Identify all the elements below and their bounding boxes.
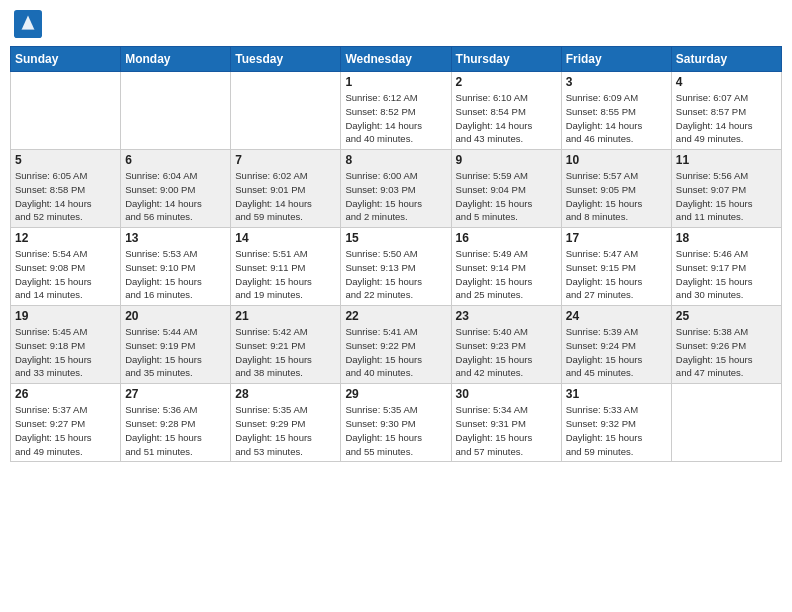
day-info: Sunrise: 5:41 AM Sunset: 9:22 PM Dayligh…	[345, 325, 446, 380]
calendar-day-cell: 17Sunrise: 5:47 AM Sunset: 9:15 PM Dayli…	[561, 228, 671, 306]
calendar-day-cell	[671, 384, 781, 462]
day-info: Sunrise: 5:40 AM Sunset: 9:23 PM Dayligh…	[456, 325, 557, 380]
day-number: 4	[676, 75, 777, 89]
calendar-day-cell: 7Sunrise: 6:02 AM Sunset: 9:01 PM Daylig…	[231, 150, 341, 228]
day-info: Sunrise: 5:50 AM Sunset: 9:13 PM Dayligh…	[345, 247, 446, 302]
day-number: 26	[15, 387, 116, 401]
logo-icon	[14, 10, 42, 38]
calendar-day-cell: 1Sunrise: 6:12 AM Sunset: 8:52 PM Daylig…	[341, 72, 451, 150]
day-info: Sunrise: 5:56 AM Sunset: 9:07 PM Dayligh…	[676, 169, 777, 224]
day-number: 11	[676, 153, 777, 167]
calendar-day-cell: 5Sunrise: 6:05 AM Sunset: 8:58 PM Daylig…	[11, 150, 121, 228]
calendar-day-cell: 29Sunrise: 5:35 AM Sunset: 9:30 PM Dayli…	[341, 384, 451, 462]
day-info: Sunrise: 6:02 AM Sunset: 9:01 PM Dayligh…	[235, 169, 336, 224]
calendar-day-cell: 11Sunrise: 5:56 AM Sunset: 9:07 PM Dayli…	[671, 150, 781, 228]
day-info: Sunrise: 5:34 AM Sunset: 9:31 PM Dayligh…	[456, 403, 557, 458]
calendar-day-cell: 9Sunrise: 5:59 AM Sunset: 9:04 PM Daylig…	[451, 150, 561, 228]
calendar-header-row: SundayMondayTuesdayWednesdayThursdayFrid…	[11, 47, 782, 72]
day-info: Sunrise: 5:47 AM Sunset: 9:15 PM Dayligh…	[566, 247, 667, 302]
calendar-day-cell: 30Sunrise: 5:34 AM Sunset: 9:31 PM Dayli…	[451, 384, 561, 462]
day-number: 2	[456, 75, 557, 89]
day-info: Sunrise: 6:04 AM Sunset: 9:00 PM Dayligh…	[125, 169, 226, 224]
calendar-day-cell: 16Sunrise: 5:49 AM Sunset: 9:14 PM Dayli…	[451, 228, 561, 306]
day-info: Sunrise: 6:10 AM Sunset: 8:54 PM Dayligh…	[456, 91, 557, 146]
weekday-header-wednesday: Wednesday	[341, 47, 451, 72]
day-number: 7	[235, 153, 336, 167]
calendar-day-cell: 23Sunrise: 5:40 AM Sunset: 9:23 PM Dayli…	[451, 306, 561, 384]
calendar-day-cell: 3Sunrise: 6:09 AM Sunset: 8:55 PM Daylig…	[561, 72, 671, 150]
calendar-day-cell	[231, 72, 341, 150]
day-number: 24	[566, 309, 667, 323]
day-number: 25	[676, 309, 777, 323]
svg-rect-2	[18, 30, 39, 33]
page-header	[10, 10, 782, 38]
day-number: 30	[456, 387, 557, 401]
calendar-day-cell: 4Sunrise: 6:07 AM Sunset: 8:57 PM Daylig…	[671, 72, 781, 150]
calendar-day-cell: 15Sunrise: 5:50 AM Sunset: 9:13 PM Dayli…	[341, 228, 451, 306]
day-info: Sunrise: 5:36 AM Sunset: 9:28 PM Dayligh…	[125, 403, 226, 458]
day-number: 28	[235, 387, 336, 401]
day-number: 14	[235, 231, 336, 245]
day-number: 31	[566, 387, 667, 401]
day-info: Sunrise: 5:39 AM Sunset: 9:24 PM Dayligh…	[566, 325, 667, 380]
calendar-day-cell: 20Sunrise: 5:44 AM Sunset: 9:19 PM Dayli…	[121, 306, 231, 384]
calendar-day-cell	[121, 72, 231, 150]
calendar-day-cell: 18Sunrise: 5:46 AM Sunset: 9:17 PM Dayli…	[671, 228, 781, 306]
day-info: Sunrise: 6:09 AM Sunset: 8:55 PM Dayligh…	[566, 91, 667, 146]
calendar-day-cell: 25Sunrise: 5:38 AM Sunset: 9:26 PM Dayli…	[671, 306, 781, 384]
weekday-header-friday: Friday	[561, 47, 671, 72]
calendar-day-cell: 27Sunrise: 5:36 AM Sunset: 9:28 PM Dayli…	[121, 384, 231, 462]
day-info: Sunrise: 5:38 AM Sunset: 9:26 PM Dayligh…	[676, 325, 777, 380]
weekday-header-monday: Monday	[121, 47, 231, 72]
day-number: 6	[125, 153, 226, 167]
calendar-day-cell: 8Sunrise: 6:00 AM Sunset: 9:03 PM Daylig…	[341, 150, 451, 228]
day-number: 18	[676, 231, 777, 245]
day-info: Sunrise: 6:07 AM Sunset: 8:57 PM Dayligh…	[676, 91, 777, 146]
day-info: Sunrise: 5:59 AM Sunset: 9:04 PM Dayligh…	[456, 169, 557, 224]
calendar-day-cell: 6Sunrise: 6:04 AM Sunset: 9:00 PM Daylig…	[121, 150, 231, 228]
day-info: Sunrise: 5:51 AM Sunset: 9:11 PM Dayligh…	[235, 247, 336, 302]
calendar-table: SundayMondayTuesdayWednesdayThursdayFrid…	[10, 46, 782, 462]
day-number: 10	[566, 153, 667, 167]
weekday-header-thursday: Thursday	[451, 47, 561, 72]
calendar-day-cell: 26Sunrise: 5:37 AM Sunset: 9:27 PM Dayli…	[11, 384, 121, 462]
day-info: Sunrise: 6:12 AM Sunset: 8:52 PM Dayligh…	[345, 91, 446, 146]
calendar-day-cell: 12Sunrise: 5:54 AM Sunset: 9:08 PM Dayli…	[11, 228, 121, 306]
day-number: 12	[15, 231, 116, 245]
calendar-week-row: 1Sunrise: 6:12 AM Sunset: 8:52 PM Daylig…	[11, 72, 782, 150]
day-info: Sunrise: 5:45 AM Sunset: 9:18 PM Dayligh…	[15, 325, 116, 380]
day-info: Sunrise: 5:35 AM Sunset: 9:29 PM Dayligh…	[235, 403, 336, 458]
calendar-day-cell: 2Sunrise: 6:10 AM Sunset: 8:54 PM Daylig…	[451, 72, 561, 150]
calendar-day-cell: 21Sunrise: 5:42 AM Sunset: 9:21 PM Dayli…	[231, 306, 341, 384]
calendar-day-cell: 24Sunrise: 5:39 AM Sunset: 9:24 PM Dayli…	[561, 306, 671, 384]
day-number: 20	[125, 309, 226, 323]
day-number: 5	[15, 153, 116, 167]
day-info: Sunrise: 6:00 AM Sunset: 9:03 PM Dayligh…	[345, 169, 446, 224]
weekday-header-tuesday: Tuesday	[231, 47, 341, 72]
calendar-day-cell: 14Sunrise: 5:51 AM Sunset: 9:11 PM Dayli…	[231, 228, 341, 306]
calendar-week-row: 26Sunrise: 5:37 AM Sunset: 9:27 PM Dayli…	[11, 384, 782, 462]
day-info: Sunrise: 5:57 AM Sunset: 9:05 PM Dayligh…	[566, 169, 667, 224]
logo	[14, 10, 44, 38]
calendar-day-cell	[11, 72, 121, 150]
day-number: 21	[235, 309, 336, 323]
day-number: 19	[15, 309, 116, 323]
calendar-week-row: 12Sunrise: 5:54 AM Sunset: 9:08 PM Dayli…	[11, 228, 782, 306]
day-info: Sunrise: 5:49 AM Sunset: 9:14 PM Dayligh…	[456, 247, 557, 302]
day-info: Sunrise: 5:46 AM Sunset: 9:17 PM Dayligh…	[676, 247, 777, 302]
calendar-day-cell: 31Sunrise: 5:33 AM Sunset: 9:32 PM Dayli…	[561, 384, 671, 462]
calendar-day-cell: 13Sunrise: 5:53 AM Sunset: 9:10 PM Dayli…	[121, 228, 231, 306]
day-number: 15	[345, 231, 446, 245]
day-number: 23	[456, 309, 557, 323]
day-number: 17	[566, 231, 667, 245]
day-info: Sunrise: 5:44 AM Sunset: 9:19 PM Dayligh…	[125, 325, 226, 380]
day-number: 22	[345, 309, 446, 323]
day-number: 27	[125, 387, 226, 401]
day-number: 16	[456, 231, 557, 245]
day-info: Sunrise: 5:35 AM Sunset: 9:30 PM Dayligh…	[345, 403, 446, 458]
weekday-header-sunday: Sunday	[11, 47, 121, 72]
calendar-week-row: 19Sunrise: 5:45 AM Sunset: 9:18 PM Dayli…	[11, 306, 782, 384]
day-number: 3	[566, 75, 667, 89]
day-info: Sunrise: 5:33 AM Sunset: 9:32 PM Dayligh…	[566, 403, 667, 458]
calendar-day-cell: 19Sunrise: 5:45 AM Sunset: 9:18 PM Dayli…	[11, 306, 121, 384]
